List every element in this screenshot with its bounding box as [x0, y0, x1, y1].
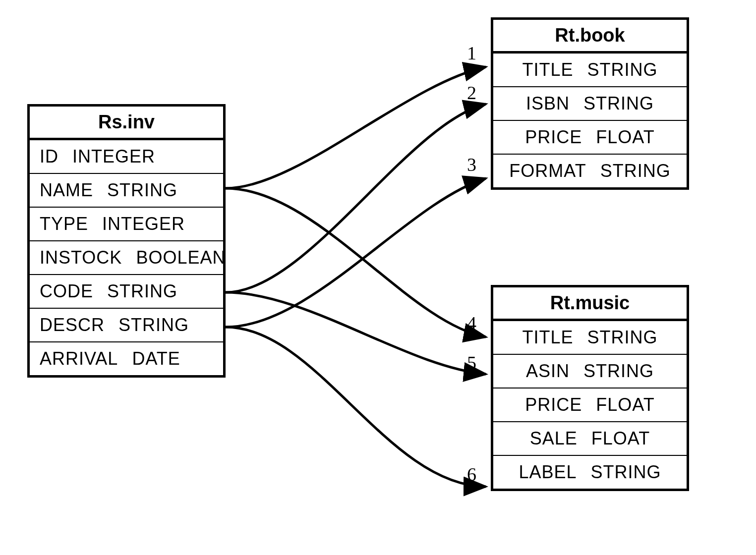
field-type: STRING	[107, 180, 177, 201]
table-row: ASIN STRING	[493, 355, 687, 388]
book-table-title: Rt.book	[493, 20, 687, 54]
mapping-arrow-1	[226, 67, 486, 188]
field-type: FLOAT	[591, 428, 650, 449]
mapping-arrow-4	[226, 188, 486, 337]
field-name: CODE	[40, 281, 93, 302]
field-name: TITLE	[522, 327, 573, 348]
field-name: DESCR	[40, 315, 105, 335]
field-type: STRING	[583, 361, 654, 382]
mapping-arrow-6	[226, 327, 486, 487]
field-name: FORMAT	[509, 161, 586, 181]
field-type: STRING	[587, 327, 658, 348]
field-name: ID	[40, 146, 58, 167]
mapping-arrow-5	[226, 292, 486, 374]
book-table: Rt.book TITLE STRING ISBN STRING PRICE F…	[491, 17, 689, 190]
source-table-title: Rs.inv	[30, 107, 223, 140]
field-type: STRING	[118, 315, 189, 335]
mapping-label-5: 5	[467, 352, 476, 374]
music-table-title: Rt.music	[493, 287, 687, 321]
table-row: PRICE FLOAT	[493, 121, 687, 155]
field-type: STRING	[583, 93, 654, 114]
field-name: ISBN	[526, 93, 570, 114]
field-type: STRING	[587, 59, 658, 80]
field-name: PRICE	[525, 127, 582, 148]
field-type: DATE	[132, 348, 180, 369]
field-name: SALE	[530, 428, 578, 449]
mapping-label-6: 6	[467, 463, 476, 485]
field-type: INTEGER	[102, 214, 185, 234]
table-row: TITLE STRING	[493, 321, 687, 355]
table-row: LABEL STRING	[493, 456, 687, 489]
mapping-arrow-3	[226, 178, 486, 327]
field-type: STRING	[591, 462, 661, 483]
table-row: ARRIVAL DATE	[30, 342, 223, 375]
table-row: TYPE INTEGER	[30, 208, 223, 241]
music-table: Rt.music TITLE STRING ASIN STRING PRICE …	[491, 285, 689, 491]
table-row: SALE FLOAT	[493, 422, 687, 456]
table-row: CODE STRING	[30, 275, 223, 309]
field-name: PRICE	[525, 394, 582, 415]
field-name: INSTOCK	[40, 247, 122, 268]
mapping-label-3: 3	[467, 154, 476, 175]
field-name: TITLE	[522, 59, 573, 80]
source-table: Rs.inv ID INTEGER NAME STRING TYPE INTEG…	[27, 104, 226, 378]
table-row: FORMAT STRING	[493, 155, 687, 187]
field-type: STRING	[600, 161, 671, 181]
table-row: INSTOCK BOOLEAN	[30, 241, 223, 275]
field-type: INTEGER	[72, 146, 155, 167]
table-row: NAME STRING	[30, 174, 223, 208]
field-name: LABEL	[519, 462, 577, 483]
table-row: DESCR STRING	[30, 309, 223, 342]
field-name: NAME	[40, 180, 93, 201]
field-type: STRING	[107, 281, 177, 302]
table-row: TITLE STRING	[493, 54, 687, 87]
field-type: FLOAT	[596, 127, 654, 148]
field-name: ASIN	[526, 361, 570, 382]
mapping-label-1: 1	[467, 42, 476, 64]
table-row: ID INTEGER	[30, 140, 223, 174]
mapping-label-4: 4	[467, 312, 476, 334]
table-row: ISBN STRING	[493, 87, 687, 121]
field-type: BOOLEAN	[136, 247, 226, 268]
field-type: FLOAT	[596, 394, 654, 415]
field-name: ARRIVAL	[40, 348, 118, 369]
table-row: PRICE FLOAT	[493, 388, 687, 422]
mapping-label-2: 2	[467, 82, 476, 104]
field-name: TYPE	[40, 214, 88, 234]
mapping-arrow-2	[226, 104, 486, 292]
